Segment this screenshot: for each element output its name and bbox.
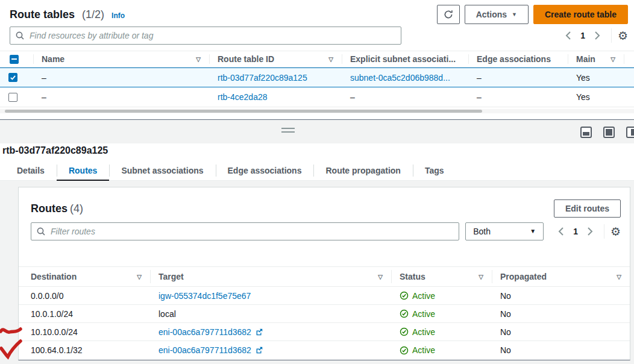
status-cell: Active xyxy=(391,287,492,304)
next-page-button[interactable] xyxy=(590,29,605,42)
route-table-id-link[interactable]: rtb-4ce2da28 xyxy=(218,92,268,102)
active-status-icon xyxy=(400,327,409,336)
chevron-right-icon xyxy=(588,227,593,236)
prev-page-button[interactable] xyxy=(553,225,568,238)
tab-edge-associations[interactable]: Edge associations xyxy=(216,160,314,181)
page-number[interactable]: 1 xyxy=(568,227,583,236)
detail-tabs: DetailsRoutesSubnet associationsEdge ass… xyxy=(0,160,634,181)
target-link[interactable]: eni-00ac6a797711d3682 xyxy=(158,327,251,337)
next-page-button[interactable] xyxy=(583,225,598,238)
tab-tags[interactable]: Tags xyxy=(413,160,456,181)
tab-details[interactable]: Details xyxy=(5,160,57,181)
routes-section-title: Routes xyxy=(31,202,67,215)
status-cell: Active xyxy=(391,341,492,359)
column-header-name[interactable]: Name ▽ xyxy=(33,51,209,67)
refresh-button[interactable] xyxy=(437,5,460,24)
settings-gear-icon[interactable]: ⚙ xyxy=(618,30,628,42)
chevron-left-icon xyxy=(558,227,563,236)
full-view-icon[interactable] xyxy=(603,127,615,138)
sort-icon[interactable]: ▽ xyxy=(196,56,201,63)
side-panel-icon[interactable] xyxy=(626,127,634,138)
chevron-right-icon xyxy=(595,31,600,40)
route-table-row[interactable]: – rtb-4ce2da28 – – Yes xyxy=(0,87,634,107)
column-header-explicit-subnet-associati[interactable]: Explicit subnet associati... xyxy=(342,51,468,67)
panel-layout-controls xyxy=(580,127,634,138)
route-row[interactable]: 10.0.1.0/24 local Active No xyxy=(19,305,630,323)
column-header-propagated[interactable]: Propagated ▽ xyxy=(492,267,630,286)
target-link[interactable]: eni-00ac6a797711d3682 xyxy=(158,345,251,355)
column-header-edge-associations[interactable]: Edge associations xyxy=(468,51,568,67)
page-number[interactable]: 1 xyxy=(576,31,590,40)
chevron-down-icon: ▼ xyxy=(512,12,517,17)
settings-gear-icon[interactable]: ⚙ xyxy=(610,226,621,237)
sort-icon[interactable]: ▽ xyxy=(617,274,621,280)
sort-icon[interactable]: ▽ xyxy=(137,274,142,280)
propagated-cell: No xyxy=(492,305,630,322)
propagated-cell: No xyxy=(492,287,630,304)
active-status-icon xyxy=(400,291,409,300)
split-view-icon[interactable] xyxy=(580,127,592,138)
prev-page-button[interactable] xyxy=(560,29,576,42)
column-header-main[interactable]: Main ▽ xyxy=(568,51,624,67)
scrollbar-thumb[interactable] xyxy=(5,110,482,113)
route-table-id-link[interactable]: rtb-03d77af220c89a125 xyxy=(218,73,307,83)
routes-filter xyxy=(31,222,459,240)
target-link[interactable]: igw-055374dc1f5e75e67 xyxy=(158,291,251,301)
route-tables-rows: – rtb-03d77af220c89a125 subnet-0ca5c2d06… xyxy=(0,67,634,107)
row-checkbox[interactable] xyxy=(8,93,17,102)
chevron-left-icon xyxy=(565,31,571,40)
horizontal-scrollbar xyxy=(0,109,634,113)
destination-cell: 0.0.0.0/0 xyxy=(19,287,150,304)
route-row[interactable]: 10.10.0.0/24 eni-00ac6a797711d3682 Activ… xyxy=(19,323,630,341)
route-row[interactable]: 100.64.0.1/32 eni-00ac6a797711d3682 Acti… xyxy=(19,341,630,359)
destination-cell: 10.10.0.0/24 xyxy=(19,323,150,340)
select-all-checkbox[interactable] xyxy=(10,55,19,64)
subnet-association-link[interactable]: subnet-0ca5c2d06b988d... xyxy=(350,73,450,83)
create-route-table-button[interactable]: Create route table xyxy=(533,5,628,24)
search-icon xyxy=(37,227,45,236)
column-header-route-table-id[interactable]: Route table ID ▽ xyxy=(209,51,342,67)
row-checkbox[interactable] xyxy=(8,73,17,82)
sort-icon[interactable]: ▽ xyxy=(328,56,333,63)
route-row[interactable]: 0.0.0.0/0 igw-055374dc1f5e75e67 Active N… xyxy=(19,287,630,305)
edge-associations-cell: – xyxy=(468,68,568,87)
list-pagination: 1 ⚙ xyxy=(560,28,628,43)
info-link[interactable]: Info xyxy=(111,11,125,20)
list-header: Route tables (1/2) Info Actions ▼ Create… xyxy=(10,5,628,24)
search-input[interactable] xyxy=(10,27,401,45)
external-link-icon xyxy=(255,346,263,354)
propagated-cell: No xyxy=(492,323,630,340)
drag-handle[interactable] xyxy=(281,128,295,133)
tab-subnet-associations[interactable]: Subnet associations xyxy=(109,160,215,181)
page-title: Route tables xyxy=(10,8,75,21)
route-table-row[interactable]: – rtb-03d77af220c89a125 subnet-0ca5c2d06… xyxy=(0,67,634,87)
routes-filter-row: Both ▼ 1 ⚙ xyxy=(31,222,621,240)
propagated-cell: No xyxy=(492,341,630,359)
column-header-target[interactable]: Target ▽ xyxy=(150,267,391,286)
refresh-icon xyxy=(444,10,453,19)
routes-card: Routes (4) Edit routes Both ▼ 1 ⚙ Destin… xyxy=(18,187,630,360)
tab-route-propagation[interactable]: Route propagation xyxy=(313,160,412,181)
filter-routes-input[interactable] xyxy=(31,222,459,240)
divider xyxy=(604,224,604,239)
actions-button[interactable]: Actions ▼ xyxy=(465,5,529,24)
destination-cell: 100.64.0.1/32 xyxy=(19,341,150,359)
destination-cell: 10.0.1.0/24 xyxy=(19,305,150,322)
subnet-cell: – xyxy=(350,92,355,102)
route-tables-table: Name ▽ Route table ID ▽ Explicit subnet … xyxy=(0,51,634,107)
route-type-select[interactable]: Both ▼ xyxy=(465,222,544,240)
list-toolbar: 1 ⚙ xyxy=(10,27,628,45)
sort-icon[interactable]: ▽ xyxy=(479,274,483,280)
status-cell: Active xyxy=(391,305,492,322)
tab-routes[interactable]: Routes xyxy=(57,160,109,181)
divider xyxy=(611,28,612,43)
split-divider xyxy=(0,119,634,143)
column-header-destination[interactable]: Destination ▽ xyxy=(19,267,150,286)
main-cell: Yes xyxy=(568,87,624,107)
sort-icon[interactable]: ▽ xyxy=(378,274,383,280)
column-header-status[interactable]: Status ▽ xyxy=(391,267,492,286)
edit-routes-button[interactable]: Edit routes xyxy=(554,199,621,218)
name-cell: – xyxy=(33,68,209,87)
sort-icon[interactable]: ▽ xyxy=(610,56,615,63)
chevron-down-icon: ▼ xyxy=(530,228,536,234)
